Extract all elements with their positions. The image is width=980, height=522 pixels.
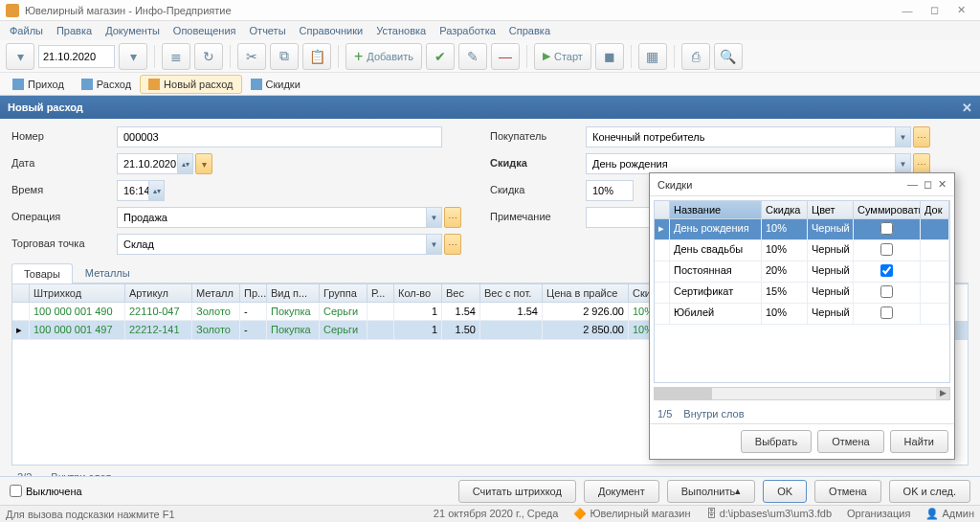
lookup-button[interactable]: ⋯ (913, 126, 930, 148)
menu-refs[interactable]: Справочники (300, 25, 364, 36)
date-picker-button[interactable]: ▾ (195, 153, 212, 174)
cut-icon[interactable]: ✂ (237, 43, 266, 70)
menu-docs[interactable]: Документы (105, 25, 160, 36)
dialog-minimize-icon[interactable]: — (907, 178, 918, 191)
dialog-maximize-icon[interactable]: ◻ (924, 178, 932, 191)
execute-button[interactable]: Выполнить ▴ (667, 480, 755, 503)
row-indicator-icon: ▸ (12, 321, 30, 340)
field-number[interactable]: 000003 (117, 126, 442, 148)
tab-prihod[interactable]: Приход (4, 75, 73, 94)
bars-icon[interactable]: ≣ (162, 43, 190, 70)
col-article[interactable]: Артикул (125, 284, 192, 303)
dialog-row[interactable]: Сертификат15%Черный (655, 283, 949, 304)
label-date: Дата (11, 153, 107, 174)
field-operation[interactable]: Продажа▼ (117, 207, 442, 228)
tab-rashod[interactable]: Расход (73, 75, 140, 94)
chevron-down-icon[interactable]: ▼ (895, 127, 910, 147)
paste-icon[interactable]: 📋 (302, 43, 331, 70)
sum-checkbox[interactable] (880, 222, 893, 235)
sum-checkbox[interactable] (880, 243, 893, 256)
chevron-down-icon[interactable]: ▼ (895, 154, 910, 173)
form-title: Новый расход (8, 102, 83, 113)
chevron-down-icon[interactable]: ▼ (426, 208, 441, 227)
dialog-row[interactable]: Постоянная20%Черный (655, 261, 949, 283)
dialog-row[interactable]: День свадьбы10%Черный (655, 240, 949, 261)
dialog-search-mode: Внутри слов (683, 408, 744, 420)
label-time: Время (11, 180, 107, 201)
copy-icon[interactable]: ⧉ (270, 43, 299, 70)
minimize-button[interactable]: — (894, 2, 921, 19)
document-button[interactable]: Документ (584, 480, 659, 503)
menu-alerts[interactable]: Оповещения (173, 25, 236, 36)
label-buyer: Покупатель (490, 126, 576, 148)
sum-checkbox[interactable] (880, 264, 893, 277)
sum-checkbox[interactable] (880, 306, 893, 319)
label-number: Номер (11, 126, 107, 148)
menu-help[interactable]: Справка (509, 25, 550, 36)
add-button[interactable]: +Добавить (345, 43, 422, 70)
ok-button[interactable]: OK (763, 480, 807, 503)
label-operation: Операция (11, 207, 107, 228)
stop-icon[interactable]: ◼ (595, 43, 624, 70)
delete-icon[interactable]: — (491, 43, 520, 70)
chevron-up-icon: ▴ (735, 485, 741, 497)
print-icon[interactable]: ⎙ (681, 43, 710, 70)
bottom-bar: Выключена Считать штрихкод Документ Выпо… (0, 476, 980, 505)
ok-next-button[interactable]: OK и след. (889, 480, 970, 503)
dropdown-icon[interactable]: ▾ (119, 43, 147, 70)
field-date[interactable]: 21.10.2020▴▾ (117, 153, 193, 174)
menu-edit[interactable]: Правка (56, 25, 92, 36)
filter-icon[interactable]: ▾ (6, 43, 34, 70)
tab-new-rashod[interactable]: Новый расход (140, 75, 241, 94)
dialog-close-icon[interactable]: ✕ (938, 178, 947, 191)
menu-files[interactable]: Файлы (10, 25, 43, 36)
cancel-button[interactable]: Отмена (814, 480, 880, 503)
refresh-icon[interactable]: ↻ (194, 43, 223, 70)
tab-icon (148, 79, 160, 90)
start-button[interactable]: ▶Старт (534, 43, 591, 70)
read-barcode-button[interactable]: Считать штрихкод (458, 480, 576, 503)
form-close-icon[interactable]: ✕ (962, 101, 972, 115)
sum-checkbox[interactable] (880, 285, 893, 298)
chevron-down-icon[interactable]: ▼ (426, 235, 441, 254)
select-button[interactable]: Выбрать (741, 430, 812, 453)
field-time[interactable]: 16:14▴▾ (117, 180, 165, 201)
tab-goods[interactable]: Товары (11, 263, 73, 284)
lookup-button[interactable]: ⋯ (444, 207, 461, 228)
search-icon[interactable]: 🔍 (714, 43, 743, 70)
field-discount[interactable]: День рождения▼ (586, 153, 911, 174)
dialog-row[interactable]: Юбилей10%Черный (655, 304, 949, 325)
dialog-hscrollbar[interactable]: ▶ (654, 387, 950, 400)
dialog-row[interactable]: ▸ День рождения 10% Черный (655, 219, 949, 240)
edit-icon[interactable]: ✎ (458, 43, 487, 70)
spinner-icon[interactable]: ▴▾ (177, 154, 192, 173)
status-bar: Для вызова подсказки нажмите F1 21 октяб… (0, 505, 980, 522)
dialog-footer: 1/5 Внутри слов (650, 404, 954, 423)
col-barcode[interactable]: Штрихкод (30, 284, 125, 303)
dialog-cancel-button[interactable]: Отмена (817, 430, 883, 453)
menu-dev[interactable]: Разработка (439, 25, 496, 36)
off-checkbox[interactable]: Выключена (10, 485, 82, 497)
menu-setup[interactable]: Установка (376, 25, 426, 36)
dialog-titlebar: Скидки — ◻ ✕ (650, 173, 954, 196)
window-titlebar: Ювелирный магазин - Инфо-Предприятие — ◻… (0, 0, 980, 21)
tab-discounts[interactable]: Скидки (242, 75, 309, 94)
spinner-icon[interactable]: ▴▾ (148, 181, 164, 200)
status-shop: 🔶 Ювелирный магазин (573, 508, 690, 520)
menu-reports[interactable]: Отчеты (250, 25, 286, 36)
document-tabs: Приход Расход Новый расход Скидки (0, 73, 980, 96)
field-point[interactable]: Склад▼ (117, 234, 442, 255)
close-button[interactable]: ✕ (947, 2, 974, 19)
field-buyer[interactable]: Конечный потребитель▼ (586, 126, 911, 148)
calc-icon[interactable]: ▦ (638, 43, 667, 70)
field-discount-pct[interactable]: 10% (586, 180, 634, 201)
toolbar-date[interactable]: 21.10.2020 (38, 45, 115, 68)
maximize-button[interactable]: ◻ (921, 2, 947, 19)
find-button[interactable]: Найти (890, 430, 948, 453)
col-metal[interactable]: Металл (192, 284, 240, 303)
apply-icon[interactable]: ✔ (426, 43, 455, 70)
lookup-button[interactable]: ⋯ (444, 234, 461, 255)
lookup-button[interactable]: ⋯ (913, 153, 930, 174)
label-discount: Скидка (490, 153, 576, 174)
tab-metals[interactable]: Металлы (73, 262, 143, 283)
